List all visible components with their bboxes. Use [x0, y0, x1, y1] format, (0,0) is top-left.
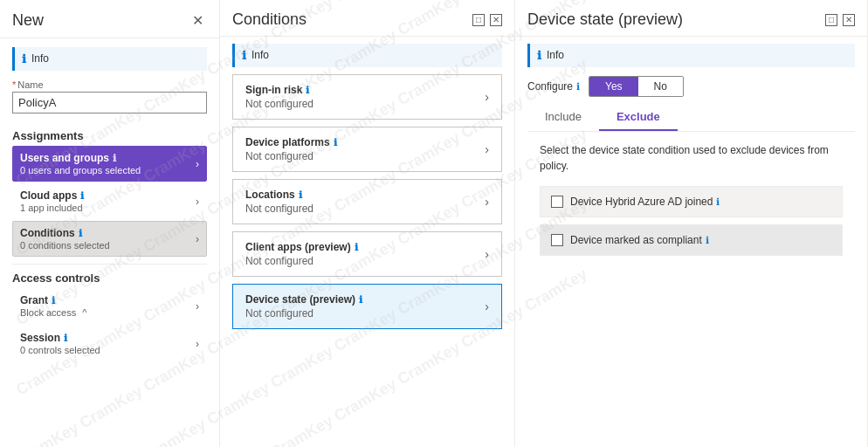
right-close-button[interactable]: ✕	[843, 14, 855, 26]
condition-locations-title: Locations ℹ	[245, 189, 313, 201]
middle-panel: Conditions □ ✕ ℹ Info Sign-in risk ℹ Not…	[220, 0, 515, 447]
name-input[interactable]	[12, 92, 207, 113]
tab-exclude-button[interactable]: Exclude	[599, 104, 678, 131]
left-info-box: ℹ Info	[12, 47, 207, 71]
device-state-info-icon: ℹ	[359, 294, 362, 306]
grant-info-icon: ℹ	[52, 295, 55, 306]
grant-nav-item[interactable]: Grant ℹ Block access ^ ›	[12, 288, 207, 324]
condition-locations-content: Locations ℹ Not configured	[245, 189, 313, 215]
cloud-apps-info-icon: ℹ	[80, 190, 84, 202]
users-groups-arrow: ›	[196, 158, 199, 170]
conditions-title: Conditions ℹ	[20, 227, 110, 239]
condition-locations[interactable]: Locations ℹ Not configured ›	[232, 179, 502, 224]
middle-maximize-button[interactable]: □	[472, 14, 485, 26]
condition-device-state[interactable]: Device state (preview) ℹ Not configured …	[232, 284, 502, 329]
right-window-controls: □ ✕	[825, 14, 855, 26]
right-info-icon: ℹ	[537, 49, 541, 62]
grant-arrow: ›	[196, 300, 199, 313]
middle-window-controls: □ ✕	[472, 14, 502, 26]
users-groups-nav-item[interactable]: Users and groups ℹ 0 users and groups se…	[12, 146, 207, 182]
conditions-nav-item[interactable]: Conditions ℹ 0 conditions selected ›	[12, 221, 207, 257]
condition-device-platforms-content: Device platforms ℹ Not configured	[245, 136, 337, 162]
session-content: Session ℹ 0 controls selected	[20, 332, 100, 355]
device-compliant-checkbox[interactable]	[551, 234, 563, 246]
client-apps-arrow: ›	[485, 247, 489, 261]
device-compliant-info-icon: ℹ	[706, 235, 709, 246]
tab-include-button[interactable]: Include	[527, 104, 599, 131]
right-maximize-button[interactable]: □	[825, 14, 837, 26]
cloud-apps-nav-item[interactable]: Cloud apps ℹ 1 app included ›	[12, 183, 207, 219]
device-hybrid-label: Device Hybrid Azure AD joined ℹ	[570, 196, 720, 208]
left-panel: New ✕ ℹ Info *Name Assignments Users and…	[0, 0, 220, 447]
grant-subtitle: Block access ^	[20, 307, 86, 318]
left-info-text: Info	[31, 52, 49, 65]
condition-device-state-content: Device state (preview) ℹ Not configured	[245, 293, 362, 320]
device-compliant-label: Device marked as compliant ℹ	[570, 234, 709, 246]
right-panel-title: Device state (preview)	[527, 10, 683, 29]
left-panel-title: New	[12, 11, 44, 30]
session-title: Session ℹ	[20, 332, 100, 344]
info-icon: ℹ	[22, 52, 26, 65]
users-groups-title: Users and groups ℹ	[20, 152, 141, 164]
middle-panel-header: Conditions □ ✕	[220, 0, 514, 37]
middle-panel-title: Conditions	[232, 10, 307, 29]
cloud-apps-content: Cloud apps ℹ 1 app included	[20, 189, 84, 213]
session-subtitle: 0 controls selected	[20, 345, 100, 355]
users-groups-info-icon: ℹ	[113, 153, 116, 164]
section-divider-1	[12, 264, 207, 265]
left-panel-close-button[interactable]: ✕	[189, 10, 207, 31]
grant-content: Grant ℹ Block access ^	[20, 294, 86, 318]
condition-sign-in-risk-content: Sign-in risk ℹ Not configured	[245, 84, 313, 110]
conditions-info-icon: ℹ	[79, 228, 82, 239]
condition-sign-in-risk-subtitle: Not configured	[245, 98, 313, 110]
condition-sign-in-risk-title: Sign-in risk ℹ	[245, 84, 313, 96]
device-platforms-arrow: ›	[485, 142, 489, 156]
configure-row: Configure ℹ Yes No	[527, 76, 855, 97]
condition-client-apps-subtitle: Not configured	[245, 255, 358, 267]
name-required: *	[12, 79, 16, 90]
cloud-apps-title: Cloud apps ℹ	[20, 189, 84, 202]
sign-in-risk-arrow: ›	[485, 90, 489, 104]
condition-client-apps-title: Client apps (preview) ℹ	[245, 241, 358, 253]
condition-client-apps-content: Client apps (preview) ℹ Not configured	[245, 241, 358, 267]
device-state-content: Select the device state condition used t…	[527, 132, 855, 273]
session-arrow: ›	[196, 338, 199, 350]
assignments-header: Assignments	[12, 129, 207, 142]
device-hybrid-checkbox[interactable]	[551, 196, 563, 208]
middle-close-button[interactable]: ✕	[490, 14, 502, 26]
configure-yes-button[interactable]: Yes	[589, 77, 638, 96]
configure-label: Configure ℹ	[527, 80, 580, 93]
sign-in-risk-info-icon: ℹ	[306, 85, 309, 96]
right-info-box: ℹ Info	[527, 44, 855, 67]
condition-locations-subtitle: Not configured	[245, 203, 313, 215]
locations-info-icon: ℹ	[299, 189, 302, 201]
device-state-arrow: ›	[485, 299, 489, 313]
device-compliant-item[interactable]: Device marked as compliant ℹ	[540, 224, 843, 256]
middle-info-icon: ℹ	[242, 49, 246, 62]
name-label: *Name	[12, 79, 207, 90]
name-field-container: *Name	[12, 79, 207, 122]
conditions-content: Conditions ℹ 0 conditions selected	[20, 227, 110, 251]
middle-panel-content: ℹ Info Sign-in risk ℹ Not configured › D…	[220, 37, 514, 340]
condition-device-platforms[interactable]: Device platforms ℹ Not configured ›	[232, 127, 502, 172]
conditions-arrow: ›	[196, 233, 199, 245]
session-nav-item[interactable]: Session ℹ 0 controls selected ›	[12, 326, 207, 361]
device-hybrid-info-icon: ℹ	[716, 196, 720, 208]
condition-client-apps[interactable]: Client apps (preview) ℹ Not configured ›	[232, 231, 502, 277]
middle-info-text: Info	[251, 49, 269, 61]
left-panel-header: New ✕	[0, 0, 219, 38]
client-apps-info-icon: ℹ	[355, 242, 358, 253]
right-panel-header: Device state (preview) □ ✕	[515, 0, 867, 37]
condition-device-platforms-title: Device platforms ℹ	[245, 136, 337, 148]
configure-info-icon: ℹ	[576, 81, 580, 93]
configure-no-button[interactable]: No	[638, 77, 683, 96]
right-info-text: Info	[547, 49, 564, 61]
condition-device-state-subtitle: Not configured	[245, 307, 362, 320]
session-info-icon: ℹ	[64, 333, 67, 344]
access-controls-header: Access controls	[12, 272, 207, 285]
condition-sign-in-risk[interactable]: Sign-in risk ℹ Not configured ›	[232, 74, 502, 120]
right-panel-content: ℹ Info Configure ℹ Yes No Include Exclud…	[515, 37, 867, 273]
device-hybrid-item[interactable]: Device Hybrid Azure AD joined ℹ	[540, 186, 843, 217]
users-groups-content: Users and groups ℹ 0 users and groups se…	[20, 152, 141, 175]
cloud-apps-subtitle: 1 app included	[20, 203, 84, 213]
